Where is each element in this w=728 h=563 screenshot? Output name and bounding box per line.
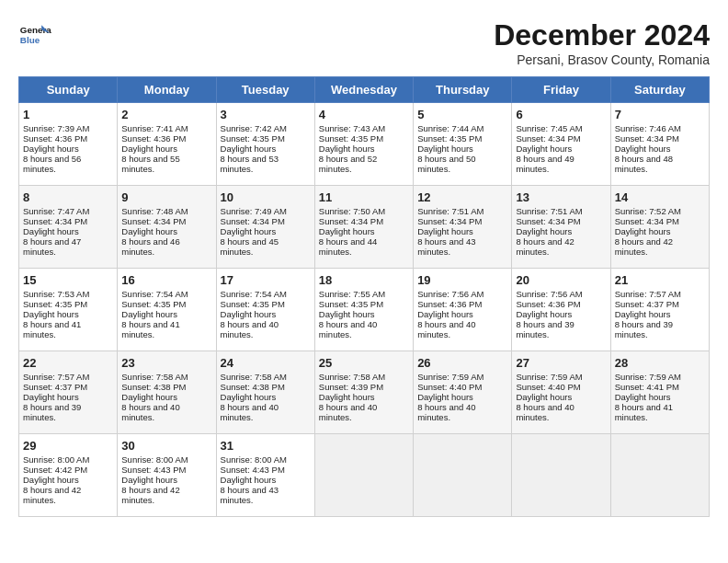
daylight-value: 8 hours and 42 minutes. [121, 485, 179, 505]
calendar-week-row: 29Sunrise: 8:00 AMSunset: 4:42 PMDayligh… [19, 434, 710, 517]
day-number: 23 [121, 356, 211, 370]
day-number: 5 [417, 108, 507, 121]
daylight-label: Daylight hours [319, 392, 375, 402]
sunset-label: Sunset: 4:34 PM [516, 216, 580, 226]
sunset-label: Sunset: 4:39 PM [319, 382, 383, 392]
sunset-label: Sunset: 4:35 PM [221, 299, 285, 309]
calendar-cell: 23Sunrise: 7:58 AMSunset: 4:38 PMDayligh… [118, 351, 216, 434]
calendar-cell: 7Sunrise: 7:46 AMSunset: 4:34 PMDaylight… [610, 103, 709, 186]
sunset-label: Sunset: 4:34 PM [615, 216, 679, 226]
calendar-cell: 2Sunrise: 7:41 AMSunset: 4:36 PMDaylight… [118, 103, 216, 186]
sunrise-label: Sunrise: 7:54 AM [221, 289, 287, 299]
calendar-cell: 3Sunrise: 7:42 AMSunset: 4:35 PMDaylight… [216, 103, 314, 186]
sunrise-label: Sunrise: 7:56 AM [417, 289, 483, 299]
calendar-cell: 30Sunrise: 8:00 AMSunset: 4:43 PMDayligh… [118, 434, 216, 517]
sunrise-label: Sunrise: 7:55 AM [319, 289, 385, 299]
day-number: 1 [23, 108, 113, 121]
daylight-value: 8 hours and 40 minutes. [221, 319, 279, 339]
daylight-value: 8 hours and 41 minutes. [121, 319, 179, 339]
sunrise-label: Sunrise: 7:51 AM [516, 206, 582, 216]
sunrise-label: Sunrise: 7:56 AM [516, 289, 582, 299]
calendar-cell: 5Sunrise: 7:44 AMSunset: 4:35 PMDaylight… [414, 103, 512, 186]
calendar-header: Sunday Monday Tuesday Wednesday Thursday… [19, 77, 710, 103]
calendar-cell: 25Sunrise: 7:58 AMSunset: 4:39 PMDayligh… [314, 351, 413, 434]
day-number: 9 [121, 190, 211, 204]
daylight-value: 8 hours and 40 minutes. [417, 319, 475, 339]
sunrise-label: Sunrise: 8:00 AM [221, 454, 287, 465]
daylight-label: Daylight hours [221, 226, 277, 236]
header-friday: Friday [512, 77, 610, 103]
day-number: 17 [221, 273, 311, 287]
sunset-label: Sunset: 4:40 PM [417, 382, 482, 392]
calendar-cell: 21Sunrise: 7:57 AMSunset: 4:37 PMDayligh… [610, 269, 709, 351]
sunrise-label: Sunrise: 7:54 AM [121, 289, 188, 299]
sunset-label: Sunset: 4:35 PM [319, 299, 383, 309]
sunset-label: Sunset: 4:35 PM [319, 133, 383, 144]
daylight-value: 8 hours and 39 minutes. [23, 402, 81, 422]
header: General Blue December 2024 Persani, Bras… [18, 18, 710, 67]
sunset-label: Sunset: 4:34 PM [319, 216, 383, 226]
daylight-value: 8 hours and 41 minutes. [615, 402, 673, 422]
sunrise-label: Sunrise: 7:57 AM [615, 289, 681, 299]
sunset-label: Sunset: 4:40 PM [516, 382, 580, 392]
calendar-cell: 18Sunrise: 7:55 AMSunset: 4:35 PMDayligh… [314, 269, 413, 351]
daylight-label: Daylight hours [221, 392, 277, 402]
calendar-table: Sunday Monday Tuesday Wednesday Thursday… [18, 76, 710, 517]
sunrise-label: Sunrise: 7:58 AM [319, 372, 385, 382]
daylight-value: 8 hours and 47 minutes. [23, 236, 81, 257]
sunset-label: Sunset: 4:34 PM [516, 133, 580, 144]
daylight-label: Daylight hours [319, 144, 375, 154]
daylight-value: 8 hours and 40 minutes. [417, 402, 475, 422]
sunrise-label: Sunrise: 7:51 AM [417, 206, 483, 216]
calendar-title: December 2024 [494, 18, 710, 52]
day-number: 20 [516, 273, 606, 287]
day-number: 31 [221, 439, 311, 453]
svg-text:Blue: Blue [20, 35, 40, 45]
daylight-value: 8 hours and 40 minutes. [221, 402, 279, 422]
daylight-label: Daylight hours [221, 475, 277, 485]
daylight-value: 8 hours and 48 minutes. [615, 154, 673, 174]
sunrise-label: Sunrise: 7:48 AM [121, 206, 188, 216]
header-thursday: Thursday [414, 77, 512, 103]
calendar-cell: 12Sunrise: 7:51 AMSunset: 4:34 PMDayligh… [414, 186, 512, 269]
sunrise-label: Sunrise: 7:49 AM [221, 206, 287, 216]
daylight-value: 8 hours and 46 minutes. [121, 236, 179, 257]
daylight-value: 8 hours and 40 minutes. [319, 319, 377, 339]
day-number: 16 [121, 273, 211, 287]
daylight-label: Daylight hours [417, 309, 473, 319]
daylight-label: Daylight hours [516, 144, 572, 154]
daylight-value: 8 hours and 41 minutes. [23, 319, 81, 339]
day-number: 21 [615, 273, 705, 287]
calendar-cell: 31Sunrise: 8:00 AMSunset: 4:43 PMDayligh… [216, 434, 314, 517]
sunrise-label: Sunrise: 7:43 AM [319, 123, 385, 133]
sunrise-label: Sunrise: 7:59 AM [417, 372, 483, 382]
calendar-cell: 22Sunrise: 7:57 AMSunset: 4:37 PMDayligh… [19, 351, 118, 434]
calendar-cell: 29Sunrise: 8:00 AMSunset: 4:42 PMDayligh… [19, 434, 118, 517]
sunrise-label: Sunrise: 7:59 AM [615, 372, 681, 382]
sunrise-label: Sunrise: 7:57 AM [23, 372, 89, 382]
day-number: 18 [319, 273, 409, 287]
day-number: 13 [516, 190, 606, 204]
sunset-label: Sunset: 4:35 PM [121, 299, 186, 309]
calendar-cell: 24Sunrise: 7:58 AMSunset: 4:38 PMDayligh… [216, 351, 314, 434]
sunset-label: Sunset: 4:34 PM [221, 216, 285, 226]
daylight-label: Daylight hours [417, 392, 473, 402]
sunset-label: Sunset: 4:43 PM [121, 465, 186, 475]
day-number: 10 [221, 190, 311, 204]
day-number: 4 [319, 108, 409, 121]
daylight-value: 8 hours and 40 minutes. [516, 402, 574, 422]
day-number: 24 [221, 356, 311, 370]
daylight-value: 8 hours and 42 minutes. [23, 485, 81, 505]
sunrise-label: Sunrise: 8:00 AM [121, 454, 188, 465]
day-number: 27 [516, 356, 606, 370]
daylight-label: Daylight hours [23, 475, 79, 485]
daylight-value: 8 hours and 42 minutes. [615, 236, 673, 257]
day-number: 15 [23, 273, 113, 287]
daylight-label: Daylight hours [417, 226, 473, 236]
day-number: 19 [417, 273, 507, 287]
calendar-week-row: 1Sunrise: 7:39 AMSunset: 4:36 PMDaylight… [19, 103, 710, 186]
logo-icon: General Blue [18, 18, 51, 52]
sunset-label: Sunset: 4:43 PM [221, 465, 285, 475]
sunset-label: Sunset: 4:35 PM [221, 133, 285, 144]
calendar-cell: 28Sunrise: 7:59 AMSunset: 4:41 PMDayligh… [610, 351, 709, 434]
